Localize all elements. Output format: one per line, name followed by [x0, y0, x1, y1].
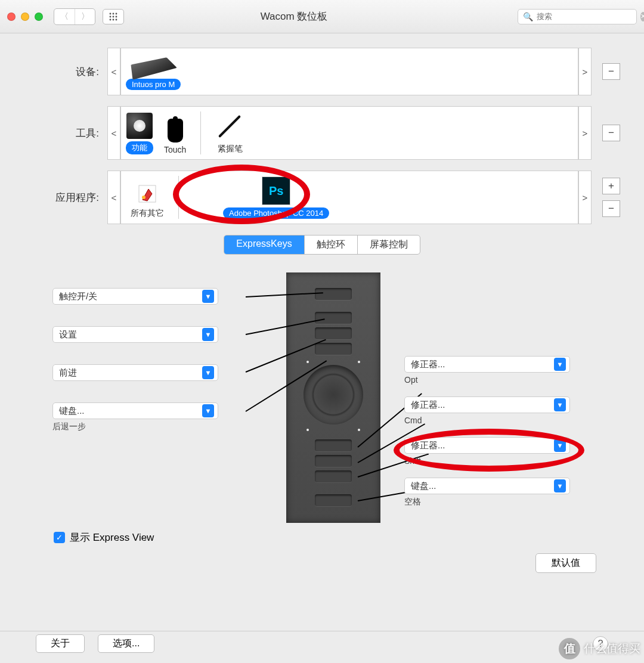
app-add-button[interactable]: + — [602, 178, 620, 194]
chevron-down-icon: ▼ — [202, 366, 214, 379]
right-key-3-dropdown[interactable]: 修正器...▼ — [404, 437, 570, 454]
app-scroll-left[interactable]: < — [107, 171, 120, 224]
default-button[interactable]: 默认值 — [535, 553, 596, 573]
dropdown-label: 修正器... — [411, 440, 549, 451]
dropdown-label: 触控开/关 — [59, 291, 197, 302]
maximize-window-button[interactable] — [35, 13, 43, 21]
window-title: Wacom 数位板 — [70, 10, 518, 23]
device-item[interactable]: Intuos pro M — [126, 53, 181, 90]
left-key-2-dropdown[interactable]: 设置▼ — [52, 326, 218, 343]
tool-item-pen[interactable]: 紧握笔 — [215, 111, 245, 154]
tab-expresskeys[interactable]: ExpressKeys — [224, 236, 304, 254]
tool-item-functions[interactable]: 功能 — [126, 111, 153, 154]
device-label: 设备: — [24, 65, 107, 79]
watermark-text: 什么值得买 — [584, 641, 640, 656]
chevron-down-icon: ▼ — [202, 328, 214, 341]
left-key-4-subtitle: 后退一步 — [52, 422, 86, 432]
watermark: 值 什么值得买 — [559, 638, 640, 659]
app-generic-icon — [135, 182, 159, 206]
app-item-label: Adobe Photoshop CC 2014 — [223, 207, 329, 219]
clear-search-icon[interactable]: ✕ — [640, 12, 644, 21]
watermark-badge-icon: 值 — [559, 638, 580, 659]
device-remove-button[interactable]: − — [602, 63, 620, 80]
tool-remove-button[interactable]: − — [602, 125, 620, 141]
device-scroll-left[interactable]: < — [107, 48, 120, 95]
tool-scroll-left[interactable]: < — [107, 106, 120, 160]
tablet-icon — [131, 57, 177, 80]
touch-icon — [168, 119, 183, 142]
photoshop-icon: Ps — [262, 176, 290, 205]
tab-screencontrol[interactable]: 屏幕控制 — [357, 236, 420, 254]
app-scroll-right[interactable]: > — [578, 171, 592, 224]
left-key-4-dropdown[interactable]: 键盘...▼ — [52, 402, 218, 419]
device-scroll-right[interactable]: > — [578, 48, 592, 95]
device-strip: Intuos pro M — [120, 48, 578, 95]
dropdown-label: 修正器... — [411, 359, 549, 370]
left-key-1-dropdown[interactable]: 触控开/关▼ — [52, 288, 218, 305]
functions-icon — [126, 113, 153, 139]
tool-label: 工具: — [24, 126, 107, 140]
footer: 关于 选项... ? — [0, 631, 644, 656]
tool-item-label: Touch — [164, 145, 186, 154]
right-key-2-dropdown[interactable]: 修正器...▼ — [404, 396, 570, 413]
tool-item-touch[interactable]: Touch — [164, 111, 186, 154]
dropdown-label: 设置 — [59, 329, 197, 340]
chevron-down-icon: ▼ — [554, 479, 566, 492]
search-input[interactable] — [537, 12, 637, 21]
dropdown-label: 修正器... — [411, 399, 549, 411]
options-button[interactable]: 选项... — [98, 634, 154, 653]
app-label: 应用程序: — [24, 191, 107, 205]
left-key-3-dropdown[interactable]: 前进▼ — [52, 364, 218, 381]
app-remove-button[interactable]: − — [602, 200, 620, 217]
tab-touchring[interactable]: 触控环 — [304, 236, 357, 254]
express-view-label: 显示 Express View — [70, 531, 154, 544]
dropdown-label: 键盘... — [59, 405, 197, 417]
titlebar: 〈 〉 Wacom 数位板 🔍 ✕ — [0, 0, 644, 33]
right-key-1-dropdown[interactable]: 修正器...▼ — [404, 356, 570, 373]
minimize-window-button[interactable] — [21, 13, 29, 21]
app-strip: 所有其它 Ps Adobe Photoshop CC 2014 — [120, 171, 578, 224]
device-item-label: Intuos pro M — [126, 79, 181, 90]
app-item-label: 所有其它 — [131, 208, 164, 219]
search-field[interactable]: 🔍 ✕ — [518, 9, 637, 24]
right-key-2-subtitle: Cmd — [404, 416, 422, 425]
chevron-down-icon: ▼ — [554, 439, 566, 452]
right-key-3-subtitle: Shift — [404, 456, 421, 466]
tablet-diagram — [286, 272, 380, 523]
tab-group: ExpressKeys 触控环 屏幕控制 — [224, 235, 420, 255]
tool-item-label: 紧握笔 — [218, 144, 243, 154]
dropdown-label: 键盘... — [411, 481, 549, 492]
checkbox-checked-icon[interactable]: ✓ — [54, 532, 65, 543]
tool-strip: 功能 Touch 紧握笔 — [120, 106, 578, 160]
tool-scroll-right[interactable]: > — [578, 106, 592, 160]
app-item-photoshop[interactable]: Ps Adobe Photoshop CC 2014 — [223, 176, 329, 219]
express-view-checkbox-row[interactable]: ✓ 显示 Express View — [54, 531, 154, 544]
tool-item-label: 功能 — [126, 141, 153, 154]
close-window-button[interactable] — [7, 13, 16, 21]
chevron-down-icon: ▼ — [554, 398, 566, 411]
pen-icon — [215, 111, 245, 141]
right-key-4-subtitle: 空格 — [404, 497, 421, 507]
chevron-down-icon: ▼ — [554, 358, 566, 371]
about-button[interactable]: 关于 — [36, 634, 85, 653]
right-key-1-subtitle: Opt — [404, 375, 418, 385]
dropdown-label: 前进 — [59, 367, 197, 379]
search-icon: 🔍 — [523, 12, 533, 21]
right-key-4-dropdown[interactable]: 键盘...▼ — [404, 478, 570, 494]
expresskeys-panel: 触控开/关▼ 设置▼ 前进▼ 键盘...▼ 后退一步 修正器...▼ Opt 修… — [24, 272, 620, 547]
app-item-other[interactable]: 所有其它 — [131, 176, 164, 219]
chevron-down-icon: ▼ — [202, 404, 214, 417]
svg-point-10 — [142, 196, 145, 199]
chevron-down-icon: ▼ — [202, 290, 214, 303]
